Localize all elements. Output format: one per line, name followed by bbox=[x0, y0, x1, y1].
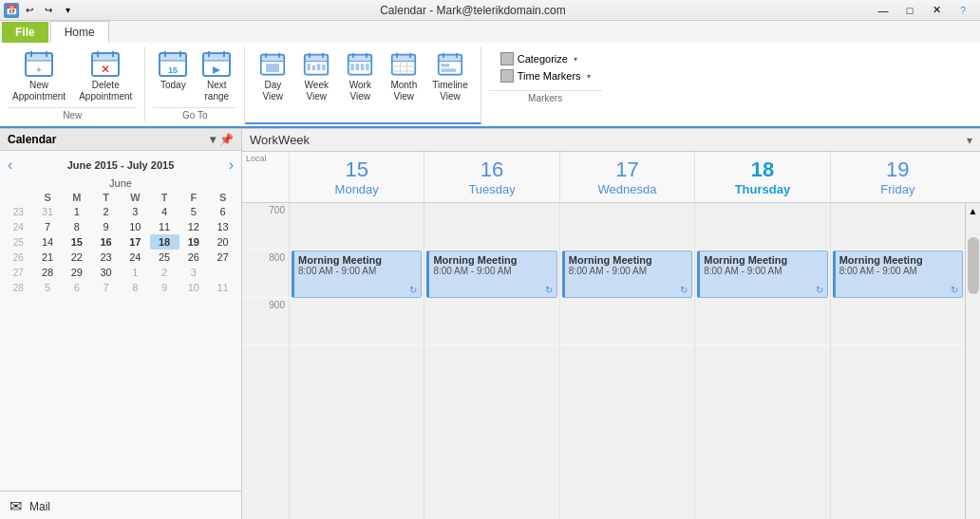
event-tuesday[interactable]: Morning Meeting 8:00 AM - 9:00 AM ↻ bbox=[426, 250, 556, 298]
month-view-button[interactable]: MonthView bbox=[384, 46, 424, 117]
table-cell[interactable]: 2 bbox=[91, 204, 121, 219]
day-view-button[interactable]: DayView bbox=[253, 46, 292, 117]
table-cell[interactable]: 17 bbox=[121, 234, 150, 250]
tue-slot-700[interactable] bbox=[424, 203, 558, 227]
table-cell[interactable]: 9 bbox=[91, 219, 121, 234]
categorize-button[interactable]: Categorize ▾ bbox=[497, 50, 594, 67]
mon-slot-730[interactable] bbox=[290, 227, 424, 250]
wed-slot-700[interactable] bbox=[560, 203, 694, 227]
time-label-900: 900 bbox=[242, 298, 289, 312]
sidebar-item-mail[interactable]: ✉ Mail bbox=[0, 491, 241, 519]
wed-slot-730[interactable] bbox=[560, 227, 694, 250]
wed-slot-900[interactable] bbox=[560, 298, 694, 322]
table-cell[interactable]: 5 bbox=[179, 204, 209, 219]
table-cell[interactable]: 8 bbox=[63, 219, 92, 234]
redo-button[interactable]: ↪ bbox=[40, 2, 57, 19]
table-cell[interactable]: 6 bbox=[63, 280, 92, 295]
table-cell[interactable]: 27 bbox=[208, 250, 237, 265]
sidebar-dropdown-icon[interactable]: ▾ bbox=[210, 133, 216, 146]
today-button[interactable]: 15 Today bbox=[153, 46, 193, 105]
delete-appointment-button[interactable]: ✕ DeleteAppointment bbox=[74, 46, 137, 105]
table-cell[interactable]: 31 bbox=[33, 204, 63, 219]
table-cell[interactable]: 20 bbox=[208, 234, 237, 250]
table-cell[interactable]: 2 bbox=[150, 265, 179, 280]
fri-slot-700[interactable] bbox=[831, 203, 965, 227]
thu-slot-900[interactable] bbox=[695, 298, 829, 322]
calendar-scroll[interactable]: 700 800 900 bbox=[242, 203, 965, 519]
table-cell[interactable]: 9 bbox=[150, 280, 179, 295]
vertical-scrollbar[interactable]: ▲ bbox=[965, 203, 980, 519]
fri-slot-930[interactable] bbox=[831, 322, 965, 345]
table-cell[interactable] bbox=[208, 265, 237, 280]
table-cell[interactable]: 28 bbox=[33, 265, 63, 280]
table-cell[interactable]: 5 bbox=[33, 280, 63, 295]
table-cell[interactable]: 10 bbox=[121, 219, 150, 234]
table-cell[interactable]: 1 bbox=[121, 265, 150, 280]
wed-slot-930[interactable] bbox=[560, 322, 694, 345]
table-cell[interactable]: 11 bbox=[150, 219, 179, 234]
close-button[interactable]: ✕ bbox=[923, 0, 950, 21]
table-cell[interactable]: 7 bbox=[33, 219, 63, 234]
table-cell[interactable]: 6 bbox=[208, 204, 237, 219]
table-cell[interactable]: 4 bbox=[150, 204, 179, 219]
table-cell[interactable]: 16 bbox=[91, 234, 121, 250]
table-cell[interactable]: 24 bbox=[121, 250, 150, 265]
mon-slot-900[interactable] bbox=[290, 298, 424, 322]
new-appointment-button[interactable]: + NewAppointment bbox=[8, 46, 70, 105]
table-cell[interactable]: 25 bbox=[150, 250, 179, 265]
table-cell[interactable]: 7 bbox=[91, 280, 121, 295]
tab-file[interactable]: File bbox=[2, 22, 48, 43]
table-cell[interactable]: 3 bbox=[121, 204, 150, 219]
table-cell[interactable]: 30 bbox=[91, 265, 121, 280]
week-view-button[interactable]: WeekView bbox=[296, 46, 336, 117]
customize-button[interactable]: ▾ bbox=[59, 2, 76, 19]
table-cell[interactable]: 8 bbox=[121, 280, 150, 295]
table-cell[interactable]: 11 bbox=[208, 280, 237, 295]
help-button[interactable]: ? bbox=[950, 0, 976, 21]
tab-home[interactable]: Home bbox=[50, 21, 109, 43]
window-controls[interactable]: — □ ✕ ? bbox=[870, 0, 976, 21]
timeline-view-button[interactable]: TimelineView bbox=[427, 46, 472, 117]
event-monday[interactable]: Morning Meeting 8:00 AM - 9:00 AM ↻ bbox=[292, 250, 422, 298]
table-cell[interactable]: 15 bbox=[63, 234, 92, 250]
time-markers-button[interactable]: Time Markers ▾ bbox=[497, 67, 594, 84]
fri-slot-730[interactable] bbox=[831, 227, 965, 250]
table-cell[interactable]: 18 bbox=[150, 234, 179, 250]
event-thursday[interactable]: Morning Meeting 8:00 AM - 9:00 AM ↻ bbox=[697, 250, 827, 298]
mon-slot-700[interactable] bbox=[290, 203, 424, 227]
fri-slot-900[interactable] bbox=[831, 298, 965, 322]
thu-slot-700[interactable] bbox=[695, 203, 829, 227]
work-view-button[interactable]: WorkView bbox=[340, 46, 380, 117]
table-cell[interactable]: 14 bbox=[33, 234, 63, 250]
new-appointment-label: NewAppointment bbox=[12, 80, 66, 102]
table-cell[interactable]: 21 bbox=[33, 250, 63, 265]
thu-slot-730[interactable] bbox=[695, 227, 829, 250]
tue-slot-930[interactable] bbox=[424, 322, 558, 345]
scroll-up-arrow[interactable]: ▲ bbox=[969, 203, 978, 218]
table-cell[interactable]: 3 bbox=[179, 265, 209, 280]
table-cell[interactable]: 19 bbox=[179, 234, 209, 250]
table-cell[interactable]: 13 bbox=[208, 219, 237, 234]
thu-slot-930[interactable] bbox=[695, 322, 829, 345]
table-cell[interactable]: 29 bbox=[63, 265, 92, 280]
maximize-button[interactable]: □ bbox=[896, 0, 923, 21]
minimize-button[interactable]: — bbox=[870, 0, 896, 21]
next-range-button[interactable]: Nextrange bbox=[197, 46, 236, 105]
table-cell[interactable]: 26 bbox=[179, 250, 209, 265]
table-cell[interactable]: 22 bbox=[63, 250, 92, 265]
prev-month-button[interactable]: ‹ bbox=[8, 157, 12, 174]
tue-slot-730[interactable] bbox=[424, 227, 558, 250]
mon-slot-930[interactable] bbox=[290, 322, 424, 345]
table-cell[interactable]: 10 bbox=[179, 280, 209, 295]
table-cell[interactable]: 23 bbox=[91, 250, 121, 265]
table-cell[interactable]: 12 bbox=[179, 219, 209, 234]
scrollbar-thumb[interactable] bbox=[968, 237, 979, 294]
tue-slot-900[interactable] bbox=[424, 298, 558, 322]
event-wednesday[interactable]: Morning Meeting 8:00 AM - 9:00 AM ↻ bbox=[562, 250, 692, 298]
next-month-button[interactable]: › bbox=[229, 157, 234, 174]
undo-button[interactable]: ↩ bbox=[21, 2, 38, 19]
table-cell[interactable]: 1 bbox=[63, 204, 92, 219]
calendar-toolbar-dropdown[interactable]: ▾ bbox=[967, 134, 972, 147]
sidebar-pin-icon[interactable]: 📌 bbox=[219, 133, 234, 146]
event-friday[interactable]: Morning Meeting 8:00 AM - 9:00 AM ↻ bbox=[833, 250, 963, 298]
